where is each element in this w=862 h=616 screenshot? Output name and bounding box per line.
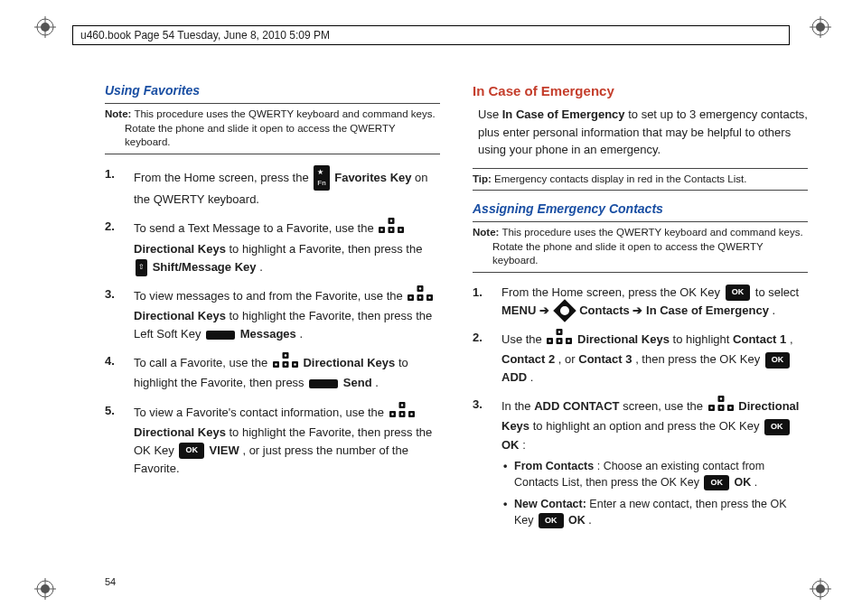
step-text: screen, use the: [623, 399, 707, 413]
step-bold: ADD CONTACT: [534, 399, 619, 413]
ok-key-icon: OK: [539, 513, 564, 528]
step-3: 3. In the ADD CONTACT screen, use the Di…: [501, 396, 808, 528]
step-text: From the Home screen, press the: [134, 170, 312, 183]
step-text: To send a Text Message to a Favorite, us…: [134, 221, 377, 235]
step-bold: Directional Keys: [303, 356, 395, 369]
step-1: 1. From the Home screen, press the OK Ke…: [501, 284, 808, 320]
svg-point-63: [729, 407, 731, 409]
left-heading: Using Favorites: [105, 83, 440, 98]
favorites-fn-key-icon: ★Fn: [314, 165, 329, 191]
tip-text: Emergency contacts display in red in the…: [492, 173, 747, 184]
step-num: 3.: [473, 396, 483, 414]
svg-point-29: [410, 296, 412, 298]
intro-bold: In Case of Emergency: [502, 107, 625, 121]
step-text: To call a Favorite, use the: [134, 356, 271, 369]
step-bold: Directional Keys: [134, 425, 226, 439]
ok-key-icon: OK: [179, 443, 204, 459]
bullet-bold: From Contacts: [514, 460, 594, 472]
directional-keys-icon: [389, 402, 415, 424]
svg-point-62: [719, 407, 721, 409]
step-bold: MENU: [501, 303, 536, 317]
step-2: 2. Use the Directional Keys to highlight…: [501, 329, 808, 387]
page-header-meta: u460.book Page 54 Tuesday, June 8, 2010 …: [72, 25, 790, 45]
bullet-text: .: [754, 476, 757, 489]
step-text: Use the: [501, 331, 545, 345]
step-text: to highlight an option and press the OK …: [533, 419, 763, 433]
step-3: 3. To view messages to and from the Favo…: [134, 285, 440, 343]
step-num: 1.: [473, 284, 483, 302]
left-note-box: Note: This procedure uses the QWERTY key…: [105, 103, 440, 154]
svg-point-38: [285, 364, 286, 366]
svg-point-46: [400, 413, 402, 415]
svg-point-31: [429, 296, 431, 298]
tip-box: Tip: Emergency contacts display in red i…: [473, 168, 808, 191]
right-note-box: Note: This procedure uses the QWERTY key…: [473, 221, 808, 273]
step-text: to select: [755, 285, 799, 299]
step-bold: Favorites Key: [334, 170, 411, 183]
step-text: To view a Favorite's contact information…: [134, 405, 388, 418]
step-bold: Contact 1: [733, 331, 786, 345]
step-text: In the: [501, 399, 534, 413]
right-column: In Case of Emergency Use In Case of Emer…: [473, 83, 808, 562]
directional-keys-icon: [547, 329, 572, 350]
svg-point-61: [710, 407, 712, 409]
svg-point-30: [419, 296, 421, 298]
left-column: Using Favorites Note: This procedure use…: [105, 83, 440, 562]
bullet-bold: OK: [734, 476, 751, 489]
sub-heading: Assigning Emergency Contacts: [473, 201, 808, 216]
right-heading: In Case of Emergency: [473, 83, 808, 98]
intro-paragraph: Use In Case of Emergency to set up to 3 …: [473, 106, 808, 159]
bullet-bold: New Contact:: [514, 498, 586, 510]
svg-point-44: [400, 404, 402, 406]
bullet-text: .: [588, 514, 591, 527]
step-bold: Shift/Message Key: [153, 260, 257, 274]
svg-point-53: [549, 340, 551, 341]
ok-key-icon: OK: [764, 419, 790, 435]
svg-point-54: [558, 340, 560, 341]
step-text: .: [772, 303, 775, 317]
step-2: 2. To send a Text Message to a Favorite,…: [134, 218, 440, 275]
left-soft-key-icon: [206, 331, 235, 340]
step-num: 5.: [105, 402, 115, 420]
note-label: Note:: [105, 108, 131, 119]
step-bold: OK: [501, 438, 520, 452]
svg-point-45: [391, 413, 393, 415]
step-text: :: [522, 438, 526, 452]
bullet-item: From Contacts : Choose an existing conta…: [514, 458, 808, 490]
send-key-icon: [309, 379, 338, 388]
bullet-list: From Contacts : Choose an existing conta…: [501, 458, 808, 529]
step-bold: Directional Keys: [134, 309, 226, 322]
step-num: 2.: [105, 218, 115, 236]
svg-point-39: [294, 364, 295, 366]
page-number: 54: [105, 576, 116, 587]
step-5: 5. To view a Favorite's contact informat…: [134, 402, 440, 479]
step-bold: In Case of Emergency: [646, 303, 769, 317]
step-num: 3.: [105, 285, 115, 303]
note-label: Note:: [473, 227, 499, 238]
left-steps: 1. From the Home screen, press the ★Fn F…: [105, 165, 440, 479]
ok-key-icon: OK: [726, 285, 751, 301]
svg-point-55: [568, 340, 570, 341]
step-text: .: [530, 370, 534, 384]
shift-key-icon: ⇧: [136, 259, 147, 275]
step-text: .: [299, 327, 303, 341]
svg-point-36: [285, 355, 286, 357]
directional-keys-icon: [708, 396, 734, 417]
svg-point-60: [719, 398, 721, 400]
step-num: 4.: [105, 352, 115, 370]
contacts-app-icon: [553, 300, 576, 322]
tip-label: Tip:: [473, 173, 492, 184]
step-bold: Messages: [240, 327, 296, 341]
step-text: To view messages to and from the Favorit…: [134, 288, 406, 302]
step-bold: Directional Keys: [577, 331, 670, 345]
step-text: , then press the OK Key: [635, 352, 764, 366]
right-steps: 1. From the Home screen, press the OK Ke…: [473, 284, 808, 529]
svg-point-47: [410, 413, 412, 415]
svg-point-37: [275, 364, 276, 366]
crop-mark-icon: [810, 16, 831, 38]
step-bold: Send: [343, 376, 372, 389]
svg-point-21: [381, 229, 383, 231]
step-1: 1. From the Home screen, press the ★Fn F…: [134, 165, 440, 210]
note-text: This procedure uses the QWERTY keyboard …: [125, 108, 436, 147]
step-text: ,: [790, 331, 793, 345]
